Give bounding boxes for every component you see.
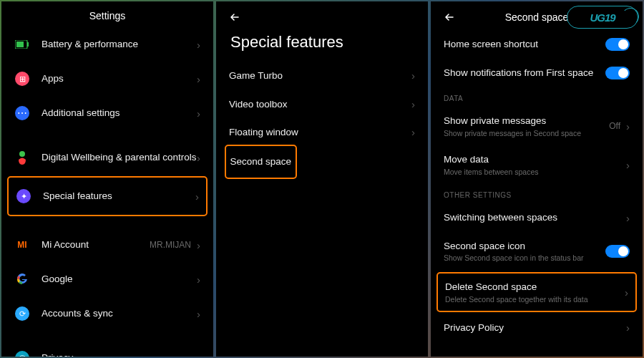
- back-button[interactable]: [228, 10, 242, 24]
- label: Apps: [42, 72, 197, 85]
- label: Switching between spaces: [444, 211, 626, 224]
- item-move-data[interactable]: Move data Move items between spaces ›: [431, 145, 643, 184]
- label: Show notifications from First space: [444, 67, 605, 79]
- second-space-panel: UG19 Second space Home screen shortcut S…: [431, 1, 643, 357]
- item-second-space[interactable]: Second space: [226, 146, 296, 178]
- chevron-right-icon: ›: [197, 74, 200, 84]
- label: Mi Account: [42, 238, 150, 251]
- item-video-toolbox[interactable]: Video toolbox ›: [216, 90, 428, 119]
- account-name: MR.MIJAN: [150, 240, 191, 250]
- item-battery[interactable]: Battery & performance ›: [1, 27, 213, 62]
- label: Home screen shortcut: [444, 38, 605, 51]
- label: Accounts & sync: [42, 307, 197, 320]
- toggle-home-shortcut[interactable]: [605, 38, 630, 51]
- chevron-right-icon: ›: [626, 322, 630, 333]
- label: Google: [42, 273, 197, 286]
- label: Digital Wellbeing & parental controls: [42, 151, 197, 164]
- item-delete-second-space[interactable]: Delete Second space Delete Second space …: [438, 274, 635, 311]
- settings-list: Battery & performance › ⊞ Apps › ⋯ Addit…: [1, 27, 213, 357]
- subtitle: Show Second space icon in the status bar: [444, 253, 605, 263]
- label: Move data: [444, 153, 626, 166]
- label: Privacy Policy: [444, 321, 626, 334]
- chevron-right-icon: ›: [626, 213, 630, 223]
- settings-panel: Settings Battery & performance › ⊞ Apps …: [1, 1, 213, 357]
- item-privacy-policy[interactable]: Privacy Policy ›: [431, 314, 643, 342]
- dots-icon: ⋯: [14, 105, 30, 121]
- item-second-space-icon[interactable]: Second space icon Show Second space icon…: [431, 232, 643, 271]
- chevron-right-icon: ›: [411, 127, 415, 137]
- item-floating-window[interactable]: Floating window ›: [216, 118, 428, 147]
- item-google[interactable]: Google ›: [1, 262, 213, 296]
- page-title: Settings: [27, 10, 187, 21]
- item-special-features[interactable]: ✦ Special features ›: [9, 178, 206, 215]
- subtitle: Move items between spaces: [444, 168, 626, 177]
- item-apps[interactable]: ⊞ Apps ›: [1, 62, 213, 96]
- item-game-turbo[interactable]: Game Turbo ›: [216, 62, 428, 90]
- chevron-right-icon: ›: [626, 160, 630, 170]
- sync-icon: ⟳: [14, 306, 30, 321]
- second-space-list: Home screen shortcut Show notifications …: [431, 30, 643, 357]
- page-title: Special features: [216, 30, 428, 62]
- label: Video toolbox: [229, 98, 411, 111]
- item-accounts-sync[interactable]: ⟳ Accounts & sync ›: [1, 296, 213, 331]
- toggle-space-icon[interactable]: [605, 245, 630, 258]
- chevron-right-icon: ›: [195, 191, 199, 202]
- chevron-right-icon: ›: [411, 99, 415, 110]
- chevron-right-icon: ›: [197, 309, 200, 319]
- features-list: Game Turbo › Video toolbox › Floating wi…: [216, 62, 428, 357]
- item-notifications-first-space[interactable]: Show notifications from First space: [431, 59, 643, 87]
- item-digital-wellbeing[interactable]: Digital Wellbeing & parental controls ›: [1, 140, 213, 175]
- item-additional-settings[interactable]: ⋯ Additional settings ›: [1, 96, 213, 130]
- svg-rect-1: [27, 42, 29, 47]
- google-icon: [14, 271, 30, 287]
- label: Second space icon: [444, 240, 605, 253]
- item-privacy[interactable]: 👁 Privacy ›: [1, 341, 213, 357]
- back-button[interactable]: [442, 10, 457, 24]
- subtitle: Delete Second space together with its da…: [445, 295, 625, 304]
- special-features-panel: Special features Game Turbo › Video tool…: [216, 1, 428, 357]
- chevron-right-icon: ›: [197, 108, 200, 119]
- item-mi-account[interactable]: MI Mi Account MR.MIJAN ›: [1, 228, 213, 262]
- label: Floating window: [229, 126, 411, 139]
- item-home-shortcut[interactable]: Home screen shortcut: [431, 30, 643, 59]
- mi-icon: MI: [14, 237, 30, 253]
- chevron-right-icon: ›: [411, 70, 415, 81]
- chevron-right-icon: ›: [626, 121, 630, 132]
- section-data: DATA: [431, 87, 643, 107]
- subtitle: Show private messages in Second space: [444, 129, 609, 138]
- privacy-icon: 👁: [14, 350, 30, 357]
- chevron-right-icon: ›: [197, 153, 200, 163]
- svg-rect-2: [16, 42, 24, 47]
- label: Second space: [230, 155, 292, 168]
- battery-icon: [14, 37, 30, 52]
- watermark-logo: UG19: [567, 6, 638, 29]
- header: Settings: [1, 1, 213, 27]
- label: Additional settings: [42, 107, 197, 120]
- svg-point-3: [19, 151, 25, 157]
- label: Battery & performance: [42, 38, 197, 51]
- label: Special features: [43, 190, 195, 203]
- chevron-right-icon: ›: [197, 240, 200, 251]
- toggle-notifications[interactable]: [605, 67, 630, 79]
- chevron-right-icon: ›: [197, 353, 200, 357]
- label: Privacy: [42, 352, 197, 357]
- chevron-right-icon: ›: [197, 274, 200, 285]
- label: Game Turbo: [229, 69, 411, 82]
- special-icon: ✦: [16, 188, 31, 204]
- chevron-right-icon: ›: [197, 39, 200, 50]
- apps-icon: ⊞: [14, 71, 30, 87]
- value-off: Off: [609, 121, 620, 131]
- section-other: OTHER SETTINGS: [431, 184, 643, 203]
- item-switching-spaces[interactable]: Switching between spaces ›: [431, 203, 643, 232]
- label: Show private messages: [444, 115, 609, 127]
- wellbeing-icon: [14, 150, 30, 165]
- item-private-messages[interactable]: Show private messages Show private messa…: [431, 107, 643, 145]
- header: [216, 1, 428, 30]
- label: Delete Second space: [445, 281, 625, 294]
- chevron-right-icon: ›: [625, 287, 628, 298]
